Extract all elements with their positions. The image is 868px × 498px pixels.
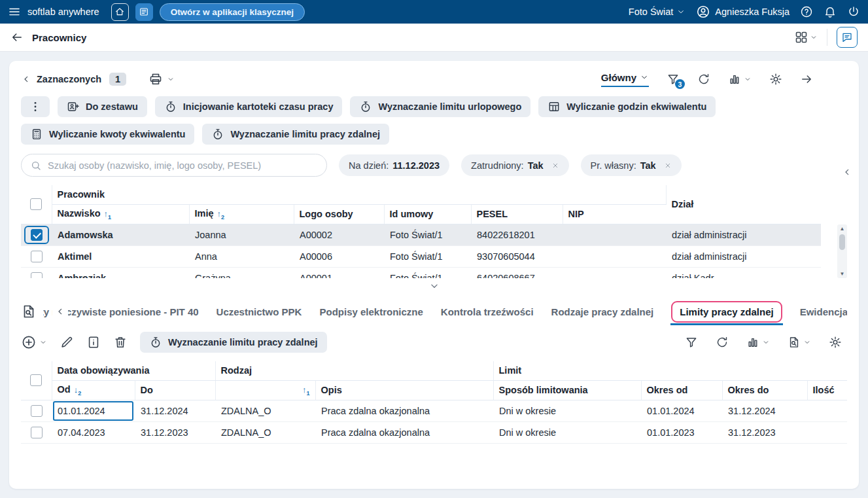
open-classic-button[interactable]: Otwórz w aplikacji klasycznej	[160, 3, 305, 21]
chip-close-button[interactable]	[551, 162, 559, 169]
home-button[interactable]	[111, 3, 129, 21]
employee-row[interactable]: Aktimel Anna A00006 Foto Świat/1 9307060…	[21, 245, 821, 267]
add-record-button[interactable]	[21, 334, 47, 350]
column-header-umowa[interactable]: Id umowy	[384, 204, 471, 224]
column-header-sposob[interactable]: Sposób limitowania	[493, 380, 641, 400]
vertical-scrollbar[interactable]: ▲ ▼	[837, 224, 847, 278]
kartoteka-button[interactable]	[135, 3, 153, 21]
detail-statistics-button[interactable]	[746, 336, 770, 349]
row-checkbox[interactable]	[31, 251, 43, 262]
chip-na-dzien[interactable]: Na dzień: 11.12.2023	[339, 154, 449, 176]
cell-od: 07.04.2023	[52, 421, 135, 443]
filter-button[interactable]: 3	[667, 73, 680, 86]
row-checkbox[interactable]	[31, 405, 43, 417]
row-checkbox[interactable]	[31, 272, 43, 279]
statistics-button[interactable]	[728, 73, 752, 86]
select-all-checkbox[interactable]	[30, 198, 42, 210]
scroll-up-arrow[interactable]: ▲	[840, 224, 845, 233]
column-header-imie[interactable]: Imię↑2	[189, 204, 294, 224]
limit-row[interactable]: 07.04.2023 31.12.2023 ZDALNA_O Praca zda…	[21, 421, 847, 443]
scroll-down-arrow[interactable]: ▼	[840, 270, 845, 278]
tab-kontrola-trzezwosci[interactable]: Kontrola trzeźwości	[441, 306, 534, 317]
collapse-detail-button[interactable]	[428, 280, 440, 292]
open-side-panel-button[interactable]	[800, 73, 813, 86]
column-header-rodzaj-sort[interactable]: ↑1	[215, 380, 315, 400]
filter-count-badge: 3	[675, 79, 685, 89]
kwota-ekwiwalentu-button[interactable]: Wyliczanie kwoty ekwiwalentu	[21, 124, 194, 145]
search-box	[21, 154, 327, 177]
chip-pr-wlasny[interactable]: Pr. własny: Tak	[581, 154, 682, 176]
employee-row[interactable]: Adamowska Joanna A00002 Foto Świat/1 840…	[21, 224, 821, 245]
help-button[interactable]	[800, 5, 813, 18]
settings-button[interactable]	[769, 73, 782, 86]
column-header-pesel[interactable]: PESEL	[471, 204, 563, 224]
detail-refresh-button[interactable]	[716, 336, 729, 349]
stopwatch-icon	[211, 128, 224, 141]
layout-button[interactable]	[794, 30, 818, 44]
chip-zatrudniony[interactable]: Zatrudniony: Tak	[461, 154, 569, 176]
row-checkbox[interactable]	[31, 229, 43, 241]
chip-close-button[interactable]	[664, 162, 672, 169]
row-checkbox[interactable]	[31, 427, 43, 438]
limit-pracy-zdalnej-button[interactable]: Wyznaczanie limitu pracy zdalnej	[202, 124, 389, 145]
refresh-button[interactable]	[697, 73, 710, 86]
layout-grid-icon	[794, 30, 808, 44]
tab-limity-pracy-zdalnej[interactable]: Limity pracy zdalnej	[671, 301, 782, 323]
view-selector[interactable]: Główny	[601, 72, 649, 87]
notifications-button[interactable]	[824, 5, 837, 18]
feedback-button[interactable]	[837, 27, 858, 48]
more-actions-button[interactable]	[21, 96, 50, 117]
employee-name-link[interactable]: Aktimel	[52, 245, 189, 267]
detail-preview-button[interactable]	[21, 304, 37, 319]
group-header-limit: Limit	[493, 361, 847, 380]
limit-row[interactable]: 01.01.2024 31.12.2024 ZDALNA_O Praca zda…	[21, 400, 847, 421]
chevron-down-icon	[640, 73, 649, 82]
detail-filter-button[interactable]	[685, 336, 698, 349]
logout-button[interactable]	[847, 5, 860, 18]
employee-name-link[interactable]: Ambroziak	[52, 267, 189, 278]
scrollbar-thumb[interactable]	[839, 234, 845, 250]
cell-od-focused[interactable]: 01.01.2024	[52, 400, 135, 421]
inicjowanie-kartoteki-button[interactable]: Inicjowanie kartoteki czasu pracy	[155, 96, 343, 117]
print-button[interactable]	[148, 72, 175, 86]
search-input[interactable]	[48, 160, 318, 171]
employee-name-link[interactable]: Adamowska	[52, 224, 189, 245]
group-header-rodzaj[interactable]: Rodzaj	[215, 361, 493, 380]
column-header-okres-od[interactable]: Okres od	[641, 380, 722, 400]
collapse-selection-button[interactable]	[21, 74, 31, 84]
godziny-ekwiwalentu-button[interactable]: Wyliczanie godzin ekwiwalentu	[538, 96, 716, 117]
record-details-button[interactable]	[86, 335, 101, 349]
detail-settings-button[interactable]	[829, 336, 842, 349]
column-header-logo[interactable]: Logo osoby	[294, 204, 384, 224]
employee-row[interactable]: Ambroziak Grażyna A00001 Foto Świat/1 64…	[21, 267, 821, 278]
column-header-ilosc[interactable]: Ilość	[807, 380, 847, 400]
delete-record-button[interactable]	[113, 335, 128, 349]
tab-rodzaje-pracy-zdalnej[interactable]: Rodzaje pracy zdalnej	[551, 306, 654, 317]
column-header-nazwisko[interactable]: Nazwisko↑1	[52, 204, 189, 224]
add-to-set-icon	[67, 100, 80, 113]
side-panel-expander[interactable]	[842, 167, 852, 177]
limit-urlopowy-button[interactable]: Wyznaczanie limitu urlopowego	[350, 96, 530, 117]
tab-ewidencja-pracy[interactable]: Ewidencja pracy	[800, 306, 847, 317]
company-switcher[interactable]: Foto Świat	[629, 7, 686, 17]
select-all-checkbox[interactable]	[30, 374, 42, 386]
wyznaczanie-limitu-button[interactable]: Wyznaczanie limitu pracy zdalnej	[140, 332, 327, 353]
menu-button[interactable]	[8, 5, 21, 18]
column-header-od[interactable]: Od↓2	[52, 380, 135, 400]
button-label: Wyliczanie kwoty ekwiwalentu	[49, 129, 185, 139]
tab-uczestnictwo-ppk[interactable]: Uczestnictwo PPK	[217, 306, 302, 317]
do-zestawu-button[interactable]: Do zestawu	[58, 96, 147, 117]
column-header-dzial[interactable]: Dział	[666, 185, 821, 224]
back-button[interactable]	[10, 31, 24, 44]
column-header-opis[interactable]: Opis	[315, 380, 493, 400]
cell-sposob: Dni w okresie	[493, 400, 641, 421]
edit-record-button[interactable]	[60, 335, 74, 349]
tab-podpisy-elektroniczne[interactable]: Podpisy elektroniczne	[319, 306, 423, 317]
row-checkbox-wrap	[24, 423, 49, 442]
column-header-okres-do[interactable]: Okres do	[722, 380, 807, 400]
detail-preview-mode-button[interactable]	[788, 336, 811, 349]
user-menu[interactable]: Agnieszka Fuksja	[696, 5, 790, 19]
column-header-do[interactable]: Do	[135, 380, 215, 400]
tabs-scroll-left-button[interactable]	[52, 305, 68, 318]
column-header-nip[interactable]: NIP	[563, 204, 666, 224]
